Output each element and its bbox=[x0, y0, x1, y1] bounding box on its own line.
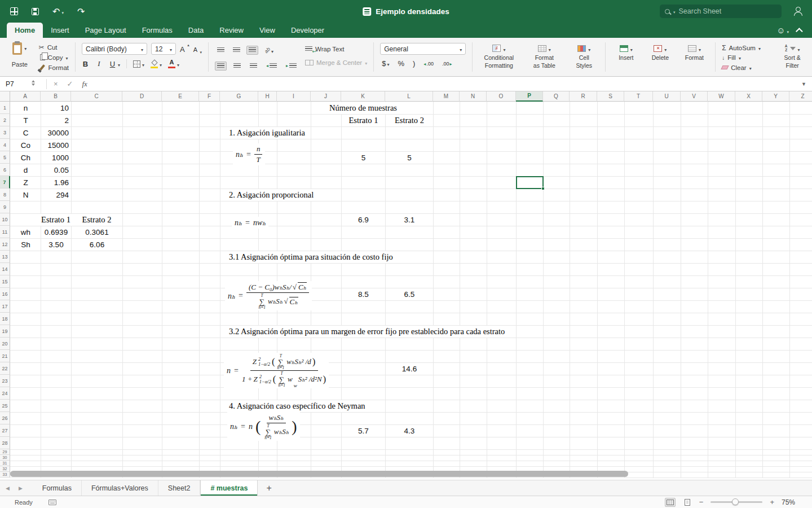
currency-caret[interactable] bbox=[387, 59, 389, 68]
cell-G19[interactable]: 3.2 Asignación óptima para un margen de … bbox=[227, 326, 506, 338]
cell-L27[interactable]: 4.3 bbox=[386, 425, 433, 437]
row-header-27[interactable]: 27 bbox=[0, 424, 10, 437]
share-add-people-button[interactable] bbox=[793, 7, 803, 16]
cell-K16[interactable]: 8.5 bbox=[342, 288, 385, 300]
formula-optimal-fixed-cost[interactable]: nₕ = (C − C₀)wₕSₕ/√Cₕ T∑h=1 wₕSₕ√Cₕ bbox=[225, 281, 312, 310]
column-header-A[interactable]: A bbox=[10, 91, 41, 102]
format-painter-button[interactable]: Format bbox=[39, 63, 69, 72]
column-header-O[interactable]: O bbox=[487, 91, 516, 102]
column-header-C[interactable]: C bbox=[71, 91, 122, 102]
insert-function-button[interactable]: fx bbox=[82, 80, 87, 89]
copy-button[interactable]: Copy bbox=[39, 53, 69, 62]
cell-B11[interactable]: 0.6939 bbox=[41, 226, 71, 238]
fill-caret[interactable] bbox=[739, 54, 741, 61]
paste-button[interactable]: Paste bbox=[6, 41, 34, 76]
fill-button[interactable]: Fill bbox=[722, 54, 771, 62]
cell-C11[interactable]: 0.3061 bbox=[72, 226, 122, 238]
column-header-L[interactable]: L bbox=[385, 91, 433, 102]
cell-L2[interactable]: Estrato 2 bbox=[386, 115, 433, 126]
sheet-tab--muestras[interactable]: # muestras bbox=[200, 480, 258, 496]
row-header-10[interactable]: 10 bbox=[0, 213, 10, 226]
search-scope-caret[interactable] bbox=[673, 7, 676, 15]
italic-button[interactable]: I bbox=[95, 59, 103, 68]
row-header-18[interactable]: 18 bbox=[0, 313, 10, 325]
cell-K10[interactable]: 6.9 bbox=[342, 214, 385, 226]
delete-cells-caret[interactable] bbox=[664, 43, 667, 54]
formula-proportional-allocation[interactable]: nₕ = nwₕ bbox=[232, 217, 268, 229]
align-left-button[interactable] bbox=[215, 62, 227, 71]
increase-decimal-button[interactable]: .00 bbox=[423, 61, 434, 67]
decrease-decimal-button[interactable]: .00 bbox=[442, 61, 452, 67]
borders-caret[interactable] bbox=[142, 59, 144, 69]
column-header-B[interactable]: B bbox=[41, 91, 71, 102]
row-header-5[interactable]: 5 bbox=[0, 151, 10, 164]
row-header-29[interactable]: 29 bbox=[0, 449, 10, 455]
shrink-font-button[interactable] bbox=[193, 44, 202, 54]
cell-A2[interactable]: T bbox=[11, 115, 41, 126]
currency-button[interactable]: $ bbox=[382, 59, 389, 68]
bold-button[interactable]: B bbox=[82, 60, 89, 68]
cell-A1[interactable]: n bbox=[11, 102, 41, 114]
row-header-16[interactable]: 16 bbox=[0, 288, 10, 300]
cell-C12[interactable]: 6.06 bbox=[72, 239, 122, 251]
insert-cells-caret[interactable] bbox=[630, 43, 633, 54]
row-header-22[interactable]: 22 bbox=[0, 362, 10, 375]
cut-button[interactable]: Cut bbox=[39, 43, 69, 51]
cell-G25[interactable]: 4. Asignación caso específico de Neyman bbox=[227, 400, 367, 412]
column-header-P[interactable]: P bbox=[516, 91, 543, 102]
cell-L10[interactable]: 3.1 bbox=[386, 214, 433, 226]
next-sheet-arrow[interactable] bbox=[19, 485, 23, 491]
align-bottom-button[interactable] bbox=[246, 46, 258, 55]
row-header-6[interactable]: 6 bbox=[0, 164, 10, 176]
formula-neyman-allocation[interactable]: nₕ = n ( wₕSₕ T∑h=1 wₕSₕ ) bbox=[227, 412, 300, 441]
cell-K1[interactable]: Número de muestras bbox=[328, 102, 399, 114]
fill-handle[interactable] bbox=[541, 187, 545, 190]
orientation-caret[interactable] bbox=[271, 45, 273, 55]
column-header-Q[interactable]: Q bbox=[543, 91, 570, 102]
cell-G8[interactable]: 2. Asigación proporcional bbox=[227, 189, 315, 201]
column-header-N[interactable]: N bbox=[460, 91, 487, 102]
row-header-23[interactable]: 23 bbox=[0, 375, 10, 387]
row-header-15[interactable]: 15 bbox=[0, 275, 10, 288]
normal-view-button[interactable] bbox=[665, 498, 676, 507]
increase-indent-button[interactable]: ▸ bbox=[284, 62, 299, 71]
borders-button[interactable] bbox=[133, 59, 144, 69]
cell-K27[interactable]: 5.7 bbox=[342, 425, 385, 437]
cell-B1[interactable]: 10 bbox=[41, 102, 70, 114]
collapse-ribbon-button[interactable] bbox=[796, 28, 803, 35]
zoom-slider[interactable] bbox=[710, 501, 762, 503]
cell-B4[interactable]: 15000 bbox=[41, 139, 70, 151]
ribbon-tab-page-layout[interactable]: Page Layout bbox=[77, 23, 134, 38]
format-cells-button[interactable]: Format bbox=[680, 41, 709, 76]
column-header-W[interactable]: W bbox=[708, 91, 735, 102]
row-header-33[interactable]: 33 bbox=[0, 472, 10, 478]
formula-bar-expand-caret[interactable]: ▼ bbox=[801, 81, 806, 87]
format-as-table-button[interactable]: Format as Table bbox=[524, 41, 564, 76]
row-header-7[interactable]: 7 bbox=[0, 176, 10, 189]
underline-caret[interactable] bbox=[118, 59, 120, 69]
column-header-K[interactable]: K bbox=[341, 91, 385, 102]
text-orientation-button[interactable]: ab bbox=[262, 43, 276, 57]
delete-cells-button[interactable]: Delete bbox=[646, 41, 675, 76]
page-layout-view-button[interactable] bbox=[683, 497, 692, 507]
ribbon-tab-formulas[interactable]: Formulas bbox=[134, 23, 180, 38]
ribbon-tab-data[interactable]: Data bbox=[180, 23, 211, 38]
select-all-corner[interactable] bbox=[0, 91, 10, 102]
cell-A3[interactable]: C bbox=[11, 127, 41, 139]
row-header-13[interactable]: 13 bbox=[0, 251, 10, 263]
cell-K5[interactable]: 5 bbox=[342, 152, 385, 164]
fill-color-caret[interactable] bbox=[160, 59, 162, 69]
copy-caret[interactable] bbox=[65, 54, 68, 61]
column-header-R[interactable]: R bbox=[570, 91, 597, 102]
cell-C10[interactable]: Estrato 2 bbox=[81, 214, 113, 226]
save-icon[interactable] bbox=[32, 8, 39, 15]
sort-filter-button[interactable]: Sort & Filter bbox=[776, 41, 809, 76]
row-header-12[interactable]: 12 bbox=[0, 238, 10, 251]
add-sheet-button[interactable] bbox=[258, 480, 280, 496]
zoom-level-label[interactable]: 75% bbox=[782, 498, 795, 506]
row-header-24[interactable]: 24 bbox=[0, 387, 10, 400]
ribbon-tab-view[interactable]: View bbox=[251, 23, 283, 38]
horizontal-scrollbar[interactable] bbox=[10, 471, 628, 477]
row-header-11[interactable]: 11 bbox=[0, 226, 10, 238]
font-family-caret[interactable] bbox=[141, 45, 143, 53]
